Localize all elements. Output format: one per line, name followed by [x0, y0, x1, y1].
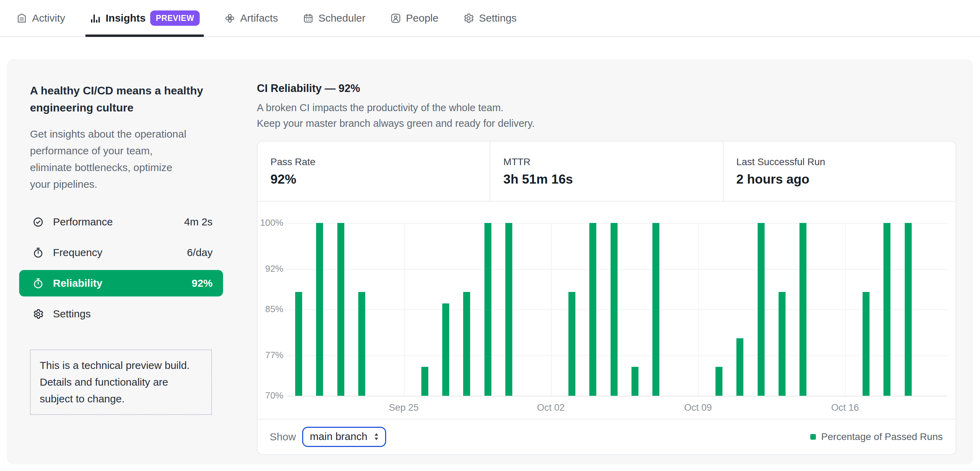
chart-bar: [463, 292, 470, 396]
technical-preview-note: This is a technical preview build. Detai…: [30, 349, 212, 415]
menu-item-label: Performance: [53, 216, 113, 228]
menu-item-reliability[interactable]: Reliability 92%: [19, 270, 223, 297]
chart-bar: [862, 292, 870, 396]
tab-label: People: [406, 12, 438, 24]
x-tick-label: Oct 16: [831, 402, 859, 413]
sidebar-intro: Get insights about the operational perfo…: [30, 126, 257, 193]
y-tick-label: 92%: [258, 263, 283, 274]
x-tick-label: Sep 25: [389, 402, 419, 413]
chart-bar: [652, 223, 659, 396]
chart-bar: [589, 223, 596, 396]
legend-swatch: [810, 434, 816, 440]
chart-bar: [316, 223, 323, 396]
tab-label: Insights: [106, 12, 146, 24]
tab-settings[interactable]: Settings: [461, 0, 519, 36]
menu-item-label: Reliability: [53, 277, 102, 289]
y-tick-label: 70%: [258, 390, 283, 401]
chart-bar: [632, 367, 638, 396]
menu-item-value: 4m 2s: [184, 216, 213, 228]
chart-bar: [422, 367, 428, 396]
gear-icon: [32, 308, 44, 320]
chart-bar: [716, 367, 722, 396]
insights-panel: A healthy CI/CD means a healthy engineer…: [7, 59, 973, 465]
select-arrows-icon: [373, 432, 380, 441]
calendar-icon: [302, 13, 314, 24]
chart-bar: [337, 223, 344, 396]
chart-bar: [295, 292, 302, 396]
x-gridline: [551, 223, 552, 396]
stat-label: MTTR: [503, 156, 722, 168]
tab-people[interactable]: People: [388, 0, 441, 36]
legend-label: Percentage of Passed Runs: [821, 431, 943, 442]
chart-bar: [799, 223, 807, 396]
y-tick-label: 77%: [258, 350, 283, 360]
show-label: Show: [270, 431, 296, 443]
tab-bar: Activity Insights PREVIEW Artifacts Sche…: [14, 0, 519, 36]
tab-artifacts[interactable]: Artifacts: [222, 0, 280, 36]
gear-icon: [463, 13, 474, 24]
tab-label: Settings: [479, 12, 517, 24]
chart-legend: Percentage of Passed Runs: [810, 431, 943, 442]
branch-select-value: main branch: [310, 431, 368, 442]
y-gridline: [287, 396, 947, 396]
stopwatch-icon: [32, 278, 44, 289]
top-nav: Activity Insights PREVIEW Artifacts Sche…: [0, 0, 980, 37]
chart-footer: Show main branch Percentage of Passed Ru…: [258, 419, 956, 454]
chart-bar: [568, 292, 575, 396]
x-gridline: [698, 223, 699, 396]
stat-label: Last Successful Run: [737, 156, 956, 168]
menu-item-label: Frequency: [53, 247, 102, 258]
sidebar-heading: A healthy CI/CD means a healthy engineer…: [30, 82, 257, 116]
tab-scheduler[interactable]: Scheduler: [301, 0, 368, 36]
stat-pass-rate: Pass Rate 92%: [258, 141, 490, 201]
section-title: CI Reliability — 92%: [257, 82, 956, 95]
reliability-card: Pass Rate 92% MTTR 3h 51m 16s Last Succe…: [257, 141, 956, 455]
branch-select[interactable]: main branch: [302, 427, 386, 447]
stat-value: 2 hours ago: [737, 172, 956, 187]
menu-item-value: 92%: [192, 277, 213, 289]
stat-mttr: MTTR 3h 51m 16s: [490, 141, 722, 201]
tab-insights[interactable]: Insights PREVIEW: [88, 0, 202, 36]
pass-rate-bar-chart: 100%92%85%77%70%Sep 25Oct 02Oct 09Oct 16: [258, 202, 956, 419]
tab-label: Artifacts: [240, 12, 278, 24]
bar-chart-icon: [89, 13, 101, 24]
x-tick-label: Oct 02: [537, 402, 565, 413]
x-gridline: [404, 223, 405, 396]
menu-item-performance[interactable]: Performance 4m 2s: [19, 209, 223, 235]
tab-label: Scheduler: [318, 12, 366, 24]
chart-bar: [442, 303, 449, 395]
menu-item-frequency[interactable]: Frequency 6/day: [19, 239, 223, 266]
menu-item-label: Settings: [53, 308, 91, 320]
y-tick-label: 100%: [258, 217, 283, 228]
chart-bar: [358, 292, 365, 396]
tab-activity[interactable]: Activity: [14, 0, 67, 36]
chart-bar: [905, 223, 912, 396]
chart-bar: [883, 223, 891, 396]
x-tick-label: Oct 09: [684, 402, 712, 413]
check-circle-icon: [32, 216, 44, 228]
stat-value: 3h 51m 16s: [503, 172, 722, 187]
person-icon: [390, 13, 401, 24]
tab-label: Activity: [32, 12, 65, 24]
stat-label: Pass Rate: [270, 156, 490, 168]
chart-bar: [505, 223, 512, 396]
preview-badge: PREVIEW: [150, 10, 200, 26]
menu-item-value: 6/day: [187, 247, 213, 258]
menu-item-settings[interactable]: Settings: [19, 301, 223, 327]
stopwatch-icon: [32, 247, 44, 258]
stat-value: 92%: [270, 172, 490, 187]
x-gridline: [845, 223, 846, 396]
chart-bar: [758, 223, 765, 396]
metric-menu: Performance 4m 2s Frequency 6/day Reliab…: [19, 209, 223, 327]
activity-icon: [16, 13, 27, 24]
stat-last-successful-run: Last Successful Run 2 hours ago: [723, 141, 956, 201]
y-tick-label: 85%: [258, 304, 283, 315]
chart-bar: [611, 223, 617, 396]
sidebar: A healthy CI/CD means a healthy engineer…: [30, 82, 257, 465]
section-description: A broken CI impacts the productivity of …: [257, 100, 956, 131]
reliability-section: CI Reliability — 92% A broken CI impacts…: [257, 82, 956, 465]
chart-bar: [779, 292, 786, 396]
stats-row: Pass Rate 92% MTTR 3h 51m 16s Last Succe…: [258, 141, 956, 202]
chart-bar: [737, 338, 743, 396]
artifacts-icon: [224, 13, 235, 24]
